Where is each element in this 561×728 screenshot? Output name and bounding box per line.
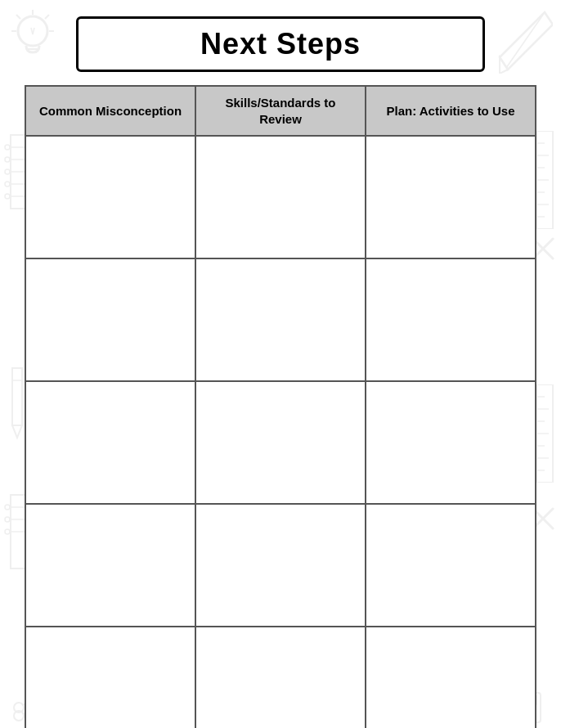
table-row — [25, 258, 536, 381]
table-row — [25, 627, 536, 728]
svg-point-39 — [5, 145, 10, 150]
svg-point-78 — [5, 517, 10, 522]
cell-r3c3[interactable] — [366, 381, 536, 504]
cell-r5c2[interactable] — [195, 627, 366, 728]
svg-rect-44 — [12, 368, 22, 425]
cell-r1c1[interactable] — [25, 136, 195, 258]
svg-point-77 — [5, 505, 10, 510]
svg-point-43 — [5, 194, 10, 199]
cell-r2c1[interactable] — [25, 258, 195, 381]
table-wrapper: Common Misconception Skills/Standards to… — [25, 85, 536, 728]
svg-point-79 — [5, 529, 10, 534]
svg-rect-13 — [536, 131, 553, 229]
svg-rect-23 — [536, 384, 553, 483]
svg-marker-45 — [12, 425, 22, 438]
header-col2: Skills/Standards to Review — [195, 86, 366, 136]
page-title: Next Steps — [200, 27, 361, 61]
svg-line-6 — [16, 15, 20, 19]
svg-marker-11 — [500, 57, 508, 74]
svg-rect-46 — [12, 368, 22, 380]
svg-line-7 — [45, 15, 49, 19]
table-row — [25, 381, 536, 504]
svg-point-47 — [14, 703, 24, 712]
cell-r3c2[interactable] — [195, 381, 366, 504]
next-steps-table: Common Misconception Skills/Standards to… — [25, 85, 536, 728]
cell-r5c1[interactable] — [25, 627, 195, 728]
table-row — [25, 504, 536, 627]
svg-line-12 — [506, 15, 543, 68]
svg-line-9 — [33, 28, 34, 34]
cell-r1c3[interactable] — [366, 136, 536, 258]
cell-r4c1[interactable] — [25, 504, 195, 627]
header-col3: Plan: Activities to Use — [366, 86, 536, 136]
pencil-icon — [496, 8, 553, 74]
svg-line-8 — [31, 28, 33, 34]
cell-r1c2[interactable] — [195, 136, 366, 258]
cell-r4c3[interactable] — [366, 504, 536, 627]
page-container: Next Steps Common Misconception Skills/S… — [0, 0, 561, 728]
svg-point-0 — [18, 16, 47, 46]
cell-r2c2[interactable] — [195, 258, 366, 381]
svg-marker-10 — [500, 12, 553, 70]
cell-r2c3[interactable] — [366, 258, 536, 381]
cell-r4c2[interactable] — [195, 504, 366, 627]
cell-r5c3[interactable] — [366, 627, 536, 728]
svg-point-42 — [5, 182, 10, 186]
header-col1: Common Misconception — [25, 86, 195, 136]
cell-r3c1[interactable] — [25, 381, 195, 504]
lightbulb-icon — [8, 8, 57, 74]
table-row — [25, 136, 536, 258]
svg-point-40 — [5, 157, 10, 162]
title-box: Next Steps — [76, 16, 485, 72]
table-header-row: Common Misconception Skills/Standards to… — [25, 86, 536, 136]
svg-point-48 — [14, 711, 24, 721]
svg-point-41 — [5, 169, 10, 174]
